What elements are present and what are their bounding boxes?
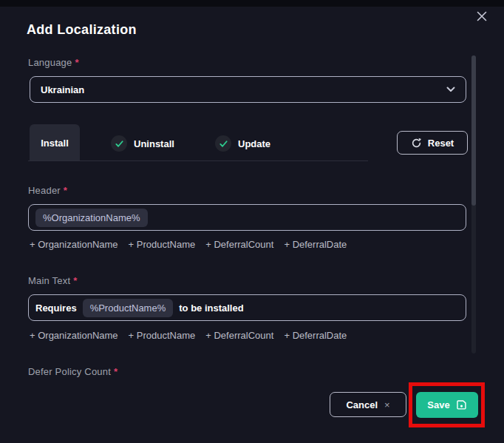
refresh-icon bbox=[411, 138, 422, 149]
add-localization-modal: Add Localization Language* Ukrainian Ins… bbox=[0, 0, 504, 443]
language-label: Language* bbox=[28, 57, 79, 68]
check-circle-icon bbox=[215, 135, 231, 152]
close-icon bbox=[475, 10, 488, 26]
add-deferraldate-link[interactable]: + DeferralDate bbox=[284, 330, 347, 341]
modal-scrollbar[interactable] bbox=[471, 55, 476, 354]
close-button[interactable] bbox=[474, 10, 490, 26]
cancel-button[interactable]: Cancel × bbox=[330, 392, 406, 417]
main-text-before: Requires bbox=[35, 302, 77, 314]
check-circle-icon bbox=[111, 135, 127, 152]
add-deferralcount-link[interactable]: + DeferralCount bbox=[205, 239, 273, 250]
tab-install[interactable]: Install bbox=[30, 124, 80, 161]
save-button-label: Save bbox=[427, 399, 449, 410]
save-button[interactable]: Save bbox=[416, 392, 478, 418]
main-text-label: Main Text* bbox=[28, 275, 77, 286]
variable-chip: %OrganizationName% bbox=[35, 209, 148, 227]
cancel-x-icon: × bbox=[384, 399, 390, 410]
header-variable-links: + OrganizationName + ProductName + Defer… bbox=[30, 239, 347, 250]
main-text-input[interactable]: Requires %ProductName% to be installed bbox=[28, 294, 466, 321]
reset-button[interactable]: Reset bbox=[397, 131, 468, 155]
cancel-button-label: Cancel bbox=[346, 399, 378, 410]
defer-policy-count-label: Defer Policy Count* bbox=[28, 366, 118, 377]
modal-title: Add Localization bbox=[27, 22, 137, 38]
language-select[interactable]: Ukrainian bbox=[30, 76, 466, 103]
required-mark: * bbox=[64, 185, 67, 196]
add-organizationname-link[interactable]: + OrganizationName bbox=[30, 239, 118, 250]
main-text-after: to be installed bbox=[179, 302, 243, 314]
add-deferraldate-link[interactable]: + DeferralDate bbox=[284, 239, 347, 250]
add-organizationname-link[interactable]: + OrganizationName bbox=[30, 330, 118, 341]
reset-button-label: Reset bbox=[428, 138, 454, 149]
tabs-divider bbox=[28, 160, 368, 161]
add-productname-link[interactable]: + ProductName bbox=[129, 330, 196, 341]
add-deferralcount-link[interactable]: + DeferralCount bbox=[205, 330, 273, 341]
header-input[interactable]: %OrganizationName% bbox=[28, 204, 466, 231]
tab-uninstall[interactable]: Uninstall bbox=[111, 135, 174, 152]
required-mark: * bbox=[75, 57, 78, 68]
tab-update-label: Update bbox=[238, 138, 270, 149]
tab-uninstall-label: Uninstall bbox=[134, 138, 174, 149]
tab-update[interactable]: Update bbox=[215, 135, 270, 152]
header-label: Header* bbox=[28, 185, 67, 196]
required-mark: * bbox=[73, 275, 77, 286]
add-productname-link[interactable]: + ProductName bbox=[129, 239, 196, 250]
page-edge-strip bbox=[0, 0, 504, 7]
tab-install-label: Install bbox=[41, 138, 69, 149]
language-select-value: Ukrainian bbox=[41, 84, 84, 95]
scrollbar-thumb[interactable] bbox=[471, 55, 476, 206]
main-text-variable-links: + OrganizationName + ProductName + Defer… bbox=[30, 330, 347, 341]
variable-chip: %ProductName% bbox=[83, 299, 174, 317]
save-floppy-icon bbox=[456, 399, 467, 410]
required-mark: * bbox=[114, 366, 118, 377]
chevron-down-icon bbox=[446, 87, 455, 92]
